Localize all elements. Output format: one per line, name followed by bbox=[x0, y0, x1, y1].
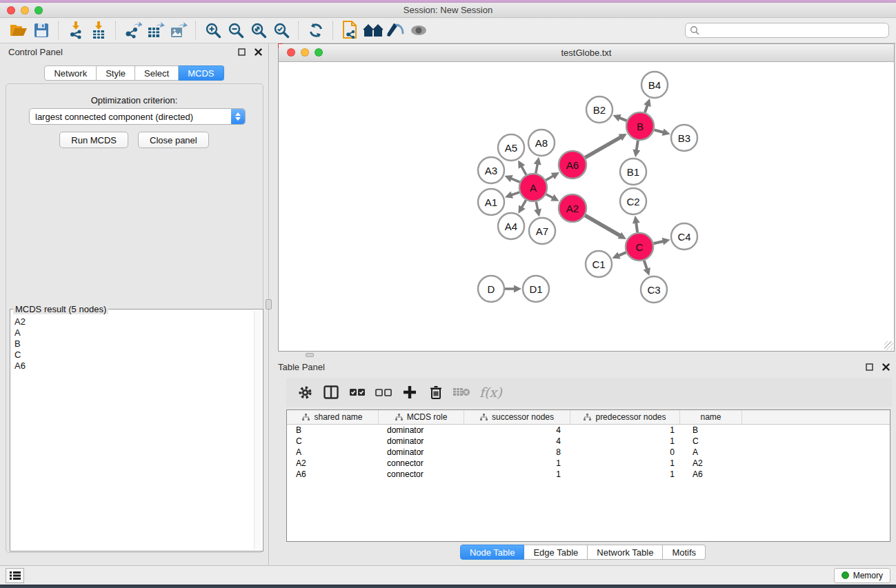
table-cell[interactable]: A bbox=[680, 447, 742, 457]
table-cell[interactable]: 0 bbox=[570, 447, 680, 457]
show-task-history-button[interactable] bbox=[6, 568, 24, 583]
mcds-result-item[interactable]: A2 bbox=[12, 316, 254, 327]
table-cell[interactable]: 4 bbox=[464, 436, 570, 446]
table-cell[interactable]: connector bbox=[379, 458, 464, 468]
mcds-result-scrollbar[interactable] bbox=[254, 311, 261, 549]
table-cell[interactable]: 1 bbox=[570, 425, 680, 435]
table-cell[interactable]: B bbox=[680, 425, 742, 435]
zoom-selected-button[interactable] bbox=[270, 20, 292, 41]
search-field[interactable] bbox=[685, 23, 889, 38]
table-cell[interactable]: 1 bbox=[570, 436, 680, 446]
show-graphics-details-button[interactable] bbox=[384, 20, 407, 41]
import-table-button[interactable] bbox=[87, 20, 110, 41]
float-table-panel-button[interactable] bbox=[864, 362, 874, 372]
network-canvas[interactable]: B4B2BB3A8A5A6A3B1AC2A1A2A4A7C4CC1C3DD1 bbox=[279, 62, 894, 351]
table-cell[interactable]: A2 bbox=[680, 458, 742, 468]
add-column-button[interactable] bbox=[398, 381, 421, 403]
function-builder-button[interactable]: f(x) bbox=[479, 385, 502, 400]
table-cell[interactable]: A6 bbox=[287, 469, 379, 479]
table-cell[interactable]: 4 bbox=[464, 425, 570, 435]
table-cell[interactable]: C bbox=[287, 436, 379, 446]
graph-edge-A2-C[interactable] bbox=[585, 215, 621, 236]
table-cell[interactable]: dominator bbox=[379, 447, 464, 457]
table-row[interactable]: Adominator80A bbox=[287, 447, 890, 458]
table-row[interactable]: A2connector11A2 bbox=[287, 458, 890, 469]
close-table-panel-button[interactable] bbox=[881, 362, 890, 372]
zoom-out-button[interactable] bbox=[224, 20, 247, 41]
refresh-button[interactable] bbox=[304, 20, 327, 41]
table-cell[interactable]: 1 bbox=[570, 469, 680, 479]
save-session-button[interactable] bbox=[30, 20, 52, 41]
table-cell[interactable]: A bbox=[287, 447, 379, 457]
zoom-fit-button[interactable] bbox=[247, 20, 270, 41]
criterion-dropdown[interactable]: largest connected component (directed) bbox=[29, 108, 246, 125]
column-header-predecessor-nodes[interactable]: predecessor nodes bbox=[570, 410, 680, 424]
table-cell[interactable]: 8 bbox=[464, 447, 570, 457]
mcds-result-item[interactable]: C bbox=[12, 349, 254, 361]
close-panel-button[interactable] bbox=[253, 47, 263, 57]
tab-motifs[interactable]: Motifs bbox=[663, 545, 706, 560]
column-header-successor-nodes[interactable]: successor nodes bbox=[464, 410, 570, 424]
close-window-button[interactable] bbox=[7, 6, 15, 14]
run-mcds-button[interactable]: Run MCDS bbox=[59, 132, 128, 148]
network-zoom-button[interactable] bbox=[315, 48, 323, 57]
graph-edge-A-A4[interactable] bbox=[521, 200, 526, 208]
network-minimize-button[interactable] bbox=[301, 48, 309, 57]
mcds-result-item[interactable]: A6 bbox=[12, 361, 254, 372]
graph-edge-C-C4[interactable] bbox=[653, 241, 664, 244]
horizontal-split-divider[interactable] bbox=[270, 352, 896, 358]
table-cell[interactable]: 1 bbox=[464, 469, 570, 479]
table-cell[interactable]: dominator bbox=[379, 425, 464, 435]
mcds-result-item[interactable]: B bbox=[12, 338, 254, 349]
graph-edge-B-B1[interactable] bbox=[636, 141, 637, 152]
import-network-button[interactable] bbox=[64, 20, 87, 41]
graph-edge-A6-B[interactable] bbox=[585, 136, 621, 157]
zoom-window-button[interactable] bbox=[34, 6, 43, 14]
table-cell[interactable]: C bbox=[680, 436, 742, 446]
cyndex-browser-button[interactable] bbox=[361, 20, 384, 41]
zoom-in-button[interactable] bbox=[201, 20, 224, 41]
column-header-name[interactable]: name bbox=[680, 410, 742, 424]
table-cell[interactable]: A2 bbox=[287, 458, 379, 468]
table-cell[interactable]: dominator bbox=[379, 436, 464, 446]
tab-edge-table[interactable]: Edge Table bbox=[524, 545, 588, 560]
graph-edge-A-A8[interactable] bbox=[536, 163, 538, 174]
table-cell[interactable]: 1 bbox=[570, 458, 680, 468]
graph-edge-A-A5[interactable] bbox=[521, 165, 526, 174]
horizontal-split-handle[interactable] bbox=[306, 353, 314, 357]
table-cell[interactable]: 1 bbox=[464, 458, 570, 468]
network-close-button[interactable] bbox=[287, 48, 295, 57]
deselect-all-button[interactable] bbox=[372, 381, 395, 403]
tab-network-table[interactable]: Network Table bbox=[588, 545, 663, 560]
show-hide-details-button[interactable] bbox=[407, 20, 430, 41]
column-header-shared-name[interactable]: shared name bbox=[287, 410, 379, 424]
delete-table-button[interactable] bbox=[450, 381, 474, 403]
table-cell[interactable]: A6 bbox=[680, 469, 742, 479]
tab-mcds[interactable]: MCDS bbox=[179, 65, 223, 81]
export-image-button[interactable] bbox=[167, 20, 190, 41]
window-resize-grip[interactable] bbox=[884, 341, 893, 350]
delete-column-button[interactable] bbox=[424, 381, 448, 403]
graph-edge-A-A6[interactable] bbox=[546, 176, 554, 181]
graph-edge-C-C3[interactable] bbox=[644, 261, 648, 270]
column-header-mcds-role[interactable]: MCDS role bbox=[379, 410, 464, 424]
mcds-result-item[interactable]: A bbox=[12, 327, 254, 338]
close-panel-action-button[interactable]: Close panel bbox=[138, 132, 209, 148]
minimize-window-button[interactable] bbox=[21, 6, 29, 14]
float-panel-button[interactable] bbox=[237, 47, 246, 57]
memory-button[interactable]: Memory bbox=[834, 568, 890, 583]
open-session-button[interactable] bbox=[7, 20, 30, 41]
table-row[interactable]: Cdominator41C bbox=[287, 436, 890, 447]
export-table-button[interactable] bbox=[144, 20, 167, 41]
graph-edge-C-C2[interactable] bbox=[636, 222, 637, 232]
table-row[interactable]: Bdominator41B bbox=[287, 425, 890, 436]
search-input[interactable] bbox=[699, 26, 884, 35]
network-from-file-button[interactable] bbox=[339, 20, 361, 41]
table-cell[interactable]: B bbox=[287, 425, 379, 435]
tab-select[interactable]: Select bbox=[135, 65, 179, 81]
vertical-split-handle[interactable] bbox=[266, 299, 272, 310]
graph-edge-A-A1[interactable] bbox=[510, 192, 519, 195]
graph-edge-A-A3[interactable] bbox=[510, 178, 520, 182]
table-options-button[interactable] bbox=[293, 381, 317, 403]
tab-node-table[interactable]: Node Table bbox=[460, 545, 525, 560]
